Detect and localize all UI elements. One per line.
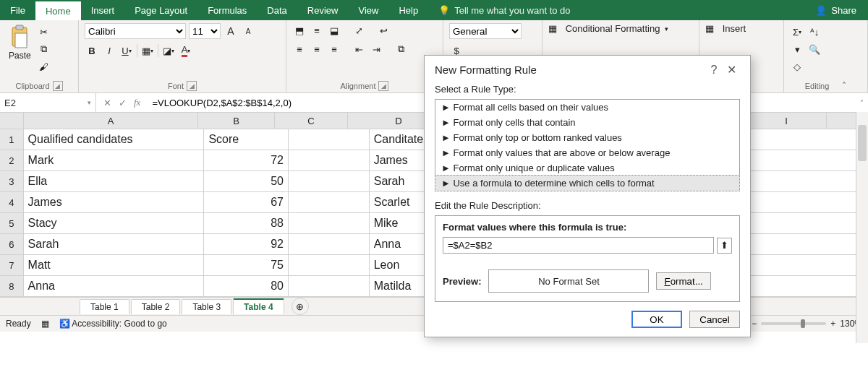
tab-data[interactable]: Data (257, 0, 297, 20)
cut-button[interactable]: ✂ (37, 25, 51, 39)
autosum-button[interactable]: Σ▾ (790, 25, 804, 39)
rule-type-option[interactable]: ► Format only top or bottom ranked value… (435, 130, 739, 145)
font-color-button[interactable]: A▾ (179, 43, 193, 58)
bold-button[interactable]: B (85, 43, 99, 58)
row-header[interactable]: 5 (0, 213, 24, 233)
conditional-formatting-button[interactable]: ▦ Conditional Formatting ▾ (548, 23, 668, 34)
cell[interactable] (289, 129, 370, 150)
cell[interactable]: 88 (204, 213, 289, 233)
font-size-combo[interactable]: 11 (189, 23, 221, 39)
add-sheet-button[interactable]: ⊕ (292, 298, 309, 315)
cell[interactable] (780, 213, 868, 233)
cell[interactable] (289, 171, 370, 191)
align-bottom-button[interactable]: ⬓ (327, 23, 341, 38)
decrease-font-button[interactable]: A (241, 24, 255, 38)
cell[interactable]: 75 (204, 255, 289, 275)
cell[interactable]: Matt (24, 255, 205, 275)
rule-type-option[interactable]: ► Format only unique or duplicate values (435, 160, 739, 176)
cell[interactable]: Anna (24, 276, 205, 296)
sheet-tab-4[interactable]: Table 4 (233, 298, 284, 314)
cell[interactable]: Score (204, 129, 289, 150)
format-painter-button[interactable]: 🖌 (37, 59, 51, 74)
cell[interactable] (780, 171, 868, 191)
cell[interactable] (780, 192, 868, 212)
cell[interactable] (289, 234, 370, 254)
tab-home[interactable]: Home (35, 0, 81, 20)
name-box[interactable]: E2 ▾ (0, 93, 96, 112)
accessibility-status[interactable]: ♿ Accessibility: Good to go (59, 319, 167, 329)
underline-button[interactable]: U▾ (119, 43, 134, 58)
cancel-formula-button[interactable]: ✕ (103, 98, 111, 108)
row-header[interactable]: 7 (0, 255, 24, 275)
cancel-button[interactable]: Cancel (689, 311, 740, 328)
align-center-button[interactable]: ≡ (310, 42, 324, 56)
column-header-b[interactable]: B (198, 113, 275, 129)
italic-button[interactable]: I (102, 43, 116, 58)
expand-formula-bar[interactable]: ˅ (856, 99, 868, 107)
column-header-a[interactable]: A (24, 113, 198, 129)
macro-record-icon[interactable]: ▦ (41, 319, 49, 329)
format-button[interactable]: Format... (656, 272, 710, 290)
tab-formulas[interactable]: Formulas (197, 0, 257, 20)
increase-indent-button[interactable]: ⇥ (369, 42, 383, 56)
dialog-help-button[interactable]: ? (705, 64, 723, 77)
sheet-tab-1[interactable]: Table 1 (80, 299, 129, 314)
tab-file[interactable]: File (0, 0, 35, 20)
share-button[interactable]: 👤 Share (815, 0, 868, 20)
cell[interactable]: Sarah (24, 234, 205, 254)
decrease-indent-button[interactable]: ⇤ (352, 42, 366, 56)
row-header[interactable]: 2 (0, 150, 24, 170)
rule-formula-input[interactable] (443, 237, 714, 254)
tab-view[interactable]: View (348, 0, 388, 20)
column-header-i[interactable]: I (746, 113, 827, 129)
cell[interactable] (289, 192, 370, 212)
wrap-text-button[interactable]: ↩ (376, 23, 391, 38)
collapse-dialog-button[interactable]: ⬆ (717, 238, 732, 254)
font-launcher[interactable]: ◢ (187, 81, 197, 91)
column-header-c[interactable]: C (275, 113, 348, 129)
cell[interactable]: 67 (204, 192, 289, 212)
fill-color-button[interactable]: ◪▾ (161, 43, 176, 58)
rule-type-option[interactable]: ► Format all cells based on their values (435, 100, 739, 115)
orientation-button[interactable]: ⤢ (352, 23, 366, 38)
enter-formula-button[interactable]: ✓ (119, 98, 127, 108)
increase-font-button[interactable]: A (224, 24, 238, 38)
cell[interactable] (289, 255, 370, 275)
rule-type-option[interactable]: ► Format only cells that contain (435, 115, 739, 130)
cell[interactable]: 72 (204, 150, 289, 170)
zoom-out-button[interactable]: − (752, 319, 757, 329)
cell[interactable] (780, 234, 868, 254)
row-header[interactable]: 1 (0, 129, 24, 150)
cell[interactable]: Ella (24, 171, 205, 191)
paste-button[interactable]: Paste (6, 23, 34, 62)
align-right-button[interactable]: ≡ (327, 42, 341, 56)
sheet-tab-2[interactable]: Table 2 (131, 299, 181, 314)
row-header[interactable]: 8 (0, 276, 24, 296)
zoom-in-button[interactable]: + (830, 319, 835, 329)
cell[interactable]: James (24, 192, 205, 212)
fill-button[interactable]: ▾ (790, 42, 804, 56)
sort-filter-button[interactable]: ᴬ↓ (807, 25, 822, 39)
merge-center-button[interactable]: ⧉ (393, 42, 408, 56)
rule-type-list[interactable]: ► Format all cells based on their values… (435, 99, 740, 191)
row-header[interactable]: 6 (0, 234, 24, 254)
row-header[interactable]: 4 (0, 192, 24, 212)
copy-button[interactable]: ⧉ (37, 42, 51, 56)
insert-cells-button[interactable]: ▦ Insert (705, 23, 746, 34)
cell[interactable] (780, 255, 868, 275)
align-middle-button[interactable]: ≡ (310, 23, 324, 38)
rule-type-option[interactable]: ► Format only values that are above or b… (435, 145, 739, 160)
cell[interactable]: Mark (24, 150, 205, 170)
tell-me[interactable]: 💡 Tell me what you want to do (428, 0, 580, 20)
zoom-slider[interactable] (761, 322, 826, 325)
number-format-combo[interactable]: General (449, 23, 522, 39)
rule-type-option[interactable]: ► Use a formula to determine which cells… (435, 175, 740, 191)
cell[interactable] (289, 276, 370, 296)
fx-icon[interactable]: fx (134, 97, 140, 108)
tab-page-layout[interactable]: Page Layout (124, 0, 197, 20)
cell[interactable] (780, 276, 868, 296)
tab-insert[interactable]: Insert (81, 0, 125, 20)
cell[interactable]: 92 (204, 234, 289, 254)
ribbon-collapse-button[interactable]: ˄ (842, 81, 846, 91)
cell[interactable] (780, 150, 868, 170)
